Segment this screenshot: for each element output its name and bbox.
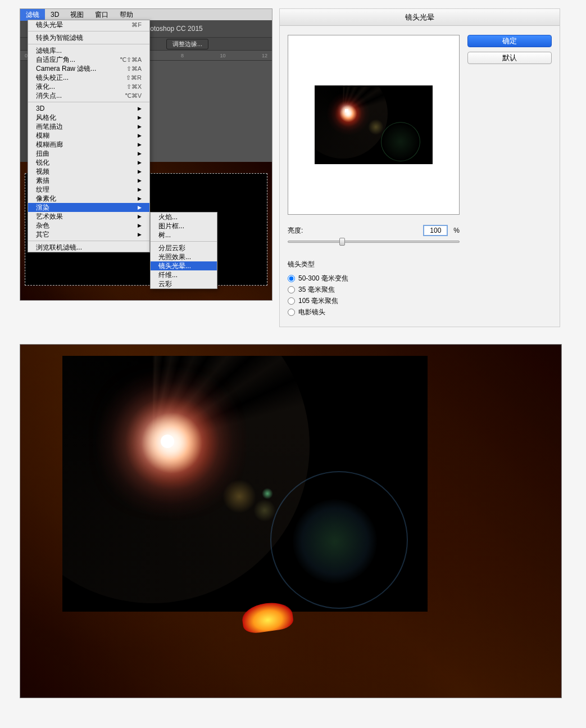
photoshop-menu-screenshot: 滤镜 3D 视图 窗口 帮助 be Photoshop CC 2015 调整边缘… [20, 8, 272, 327]
brightness-label: 亮度: [288, 226, 303, 236]
submenu-difference-clouds[interactable]: 分层云彩 [151, 243, 217, 252]
menu-brush-strokes[interactable]: 画笔描边▶ [28, 122, 149, 131]
lens-type-option-movie[interactable]: 电影镜头 [288, 306, 460, 318]
menu-sharpen[interactable]: 锐化▶ [28, 158, 149, 167]
submenu-fibers[interactable]: 纤维... [151, 270, 217, 279]
submenu-lighting-effects[interactable]: 光照效果... [151, 252, 217, 261]
menubar-help[interactable]: 帮助 [114, 9, 139, 21]
dialog-title: 镜头光晕 [280, 9, 560, 26]
submenu-clouds[interactable]: 云彩 [151, 279, 217, 288]
lens-type-group: 镜头类型 50-300 毫米变焦 35 毫米聚焦 105 毫米聚焦 电影镜头 [288, 260, 460, 318]
default-button[interactable]: 默认 [467, 52, 552, 64]
menu-artistic[interactable]: 艺术效果▶ [28, 212, 149, 221]
menu-3d[interactable]: 3D▶ [28, 104, 149, 113]
flare-preview-image [315, 85, 433, 164]
menu-texture[interactable]: 纹理▶ [28, 185, 149, 194]
menu-blur[interactable]: 模糊▶ [28, 131, 149, 140]
ok-button[interactable]: 确定 [467, 35, 552, 47]
menu-distort[interactable]: 扭曲▶ [28, 149, 149, 158]
menu-vanishing-point[interactable]: 消失点...℃⌘V [28, 91, 149, 100]
menu-convert-smart-filter[interactable]: 转换为智能滤镜 [28, 33, 149, 42]
refine-edge-button[interactable]: 调整边缘... [166, 39, 208, 49]
menu-other[interactable]: 其它▶ [28, 230, 149, 239]
menu-last-filter[interactable]: 镜头光晕⌘F [28, 20, 149, 29]
submenu-picture-frame[interactable]: 图片框... [151, 221, 217, 230]
menu-video[interactable]: 视频▶ [28, 167, 149, 176]
slider-knob[interactable] [339, 238, 345, 246]
lens-type-option-105[interactable]: 105 毫米聚焦 [288, 295, 460, 306]
render-submenu: 火焰... 图片框... 树... 分层云彩 光照效果... 镜头光晕... 纤… [150, 212, 217, 289]
menu-filter-gallery[interactable]: 滤镜库... [28, 46, 149, 55]
lens-flare-dialog: 镜头光晕 亮度: [279, 8, 560, 327]
menu-noise[interactable]: 杂色▶ [28, 221, 149, 230]
menubar-filter[interactable]: 滤镜 [20, 9, 45, 21]
result-image [20, 344, 562, 698]
brightness-input[interactable] [423, 225, 448, 236]
menubar-view[interactable]: 视图 [65, 9, 89, 21]
brightness-unit: % [453, 227, 460, 234]
filter-menu-dropdown: 镜头光晕⌘F 转换为智能滤镜 滤镜库... 自适应广角...℃⇧⌘A Camer… [28, 20, 150, 252]
menu-blur-gallery[interactable]: 模糊画廊▶ [28, 140, 149, 149]
menubar-3d[interactable]: 3D [45, 10, 65, 20]
menubar-window[interactable]: 窗口 [89, 9, 114, 21]
menu-camera-raw[interactable]: Camera Raw 滤镜...⇧⌘A [28, 64, 149, 73]
flare-preview-box[interactable] [288, 35, 460, 215]
brightness-slider[interactable] [288, 236, 460, 246]
menu-stylize[interactable]: 风格化▶ [28, 113, 149, 122]
submenu-lens-flare[interactable]: 镜头光晕... [151, 261, 217, 270]
submenu-flame[interactable]: 火焰... [151, 212, 217, 221]
menu-sketch[interactable]: 素描▶ [28, 176, 149, 185]
menu-pixelate[interactable]: 像素化▶ [28, 194, 149, 203]
app-menubar: 滤镜 3D 视图 窗口 帮助 [20, 9, 272, 20]
menu-render[interactable]: 渲染▶ [28, 203, 149, 212]
lens-type-option-35[interactable]: 35 毫米聚焦 [288, 284, 460, 295]
menu-lens-correction[interactable]: 镜头校正...⇧⌘R [28, 73, 149, 82]
submenu-tree[interactable]: 树... [151, 230, 217, 239]
lens-type-label: 镜头类型 [288, 260, 460, 269]
lens-type-option-50-300[interactable]: 50-300 毫米变焦 [288, 273, 460, 284]
menu-liquify[interactable]: 液化...⇧⌘X [28, 82, 149, 91]
menu-browse-filters-online[interactable]: 浏览联机滤镜... [28, 243, 149, 252]
menu-adaptive-wide-angle[interactable]: 自适应广角...℃⇧⌘A [28, 55, 149, 64]
